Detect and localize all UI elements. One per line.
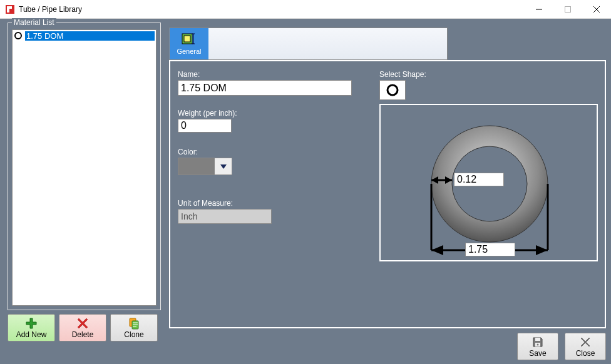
name-input[interactable] bbox=[178, 80, 352, 96]
material-list-item-label: 1.75 DOM bbox=[25, 31, 155, 41]
svg-rect-2 bbox=[565, 6, 571, 12]
window-close-button[interactable] bbox=[582, 0, 611, 19]
round-shape-icon bbox=[386, 83, 399, 97]
shape-select[interactable] bbox=[379, 80, 406, 100]
svg-rect-15 bbox=[535, 338, 540, 341]
list-toolbar: Add New Delete Clone bbox=[8, 314, 158, 341]
unit-select: Inch bbox=[178, 209, 272, 224]
general-tab-icon bbox=[181, 33, 197, 46]
clone-label: Clone bbox=[124, 330, 143, 339]
window-title: Tube / Pipe Library bbox=[19, 5, 82, 14]
close-label: Close bbox=[576, 349, 595, 358]
outer-diameter-input[interactable] bbox=[465, 243, 515, 256]
client-area: Material List 1.75 DOM Add New Delete bbox=[0, 19, 611, 364]
color-swatch bbox=[178, 158, 214, 174]
titlebar: Tube / Pipe Library bbox=[0, 0, 611, 19]
round-shape-icon bbox=[14, 31, 23, 40]
minimize-button[interactable] bbox=[525, 0, 553, 19]
color-label: Color: bbox=[178, 148, 198, 156]
close-button[interactable]: Close bbox=[565, 333, 606, 360]
delete-label: Delete bbox=[72, 330, 94, 339]
unit-label: Unit of Measure: bbox=[178, 199, 233, 208]
svg-point-17 bbox=[537, 343, 539, 345]
material-list-legend: Material List bbox=[12, 18, 56, 27]
plus-icon bbox=[25, 317, 38, 330]
save-label: Save bbox=[529, 349, 546, 358]
wall-thickness-input[interactable] bbox=[454, 173, 504, 186]
add-new-button[interactable]: Add New bbox=[8, 314, 55, 341]
footer-toolbar: Save Close bbox=[517, 333, 606, 360]
tab-general[interactable]: General bbox=[170, 28, 208, 59]
name-label: Name: bbox=[178, 70, 200, 79]
delete-button[interactable]: Delete bbox=[59, 314, 106, 341]
tabstrip: General bbox=[169, 28, 448, 60]
clone-button[interactable]: Clone bbox=[110, 314, 158, 341]
chevron-down-icon bbox=[219, 162, 228, 171]
weight-input[interactable] bbox=[178, 119, 232, 133]
maximize-button bbox=[553, 0, 582, 19]
tab-general-label: General bbox=[177, 48, 201, 55]
svg-rect-7 bbox=[184, 36, 190, 42]
shape-preview bbox=[379, 104, 598, 261]
content-panel: Name: Weight (per inch): Color: Unit of … bbox=[169, 60, 606, 328]
color-picker[interactable] bbox=[178, 158, 232, 175]
save-icon bbox=[531, 336, 544, 348]
svg-point-3 bbox=[15, 33, 21, 39]
material-list-item[interactable]: 1.75 DOM bbox=[13, 30, 156, 41]
material-listbox[interactable]: 1.75 DOM bbox=[12, 29, 157, 306]
material-list-group: Material List 1.75 DOM bbox=[8, 23, 161, 310]
save-button[interactable]: Save bbox=[517, 333, 558, 360]
close-icon bbox=[579, 336, 592, 348]
shape-label: Select Shape: bbox=[379, 70, 426, 79]
color-dropdown-button[interactable] bbox=[214, 158, 232, 174]
clone-icon bbox=[128, 317, 140, 330]
app-icon bbox=[5, 4, 15, 14]
unit-value: Inch bbox=[181, 211, 197, 221]
add-new-label: Add New bbox=[16, 330, 47, 339]
svg-point-8 bbox=[388, 85, 398, 95]
weight-label: Weight (per inch): bbox=[178, 109, 237, 118]
x-icon bbox=[76, 317, 89, 330]
